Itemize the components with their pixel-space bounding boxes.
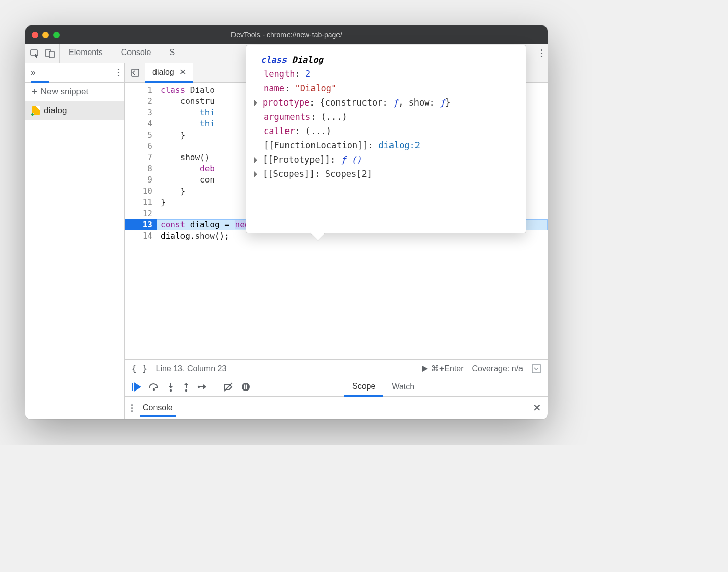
deactivate-breakpoints-icon[interactable] [223,382,233,392]
settings-icon[interactable] [541,49,542,57]
tab-elements[interactable]: Elements [60,44,112,63]
step-icon[interactable] [197,382,209,392]
line-number[interactable]: 5 [125,129,152,141]
line-number[interactable]: 10 [125,186,152,197]
svg-point-6 [170,389,172,391]
tab-watch[interactable]: Watch [383,377,423,396]
popover-prop-functionlocation: [[FunctionLocation]]: dialog:2 [264,138,515,152]
popover-prop-length: length: 2 [264,67,515,81]
svg-point-8 [198,385,200,387]
line-number[interactable]: 4 [125,118,152,129]
popover-classname: Dialog [292,55,323,65]
svg-rect-11 [246,384,247,389]
snippet-file-icon [32,106,40,115]
pretty-print-icon[interactable]: { } [131,363,148,374]
line-number[interactable]: 7 [125,152,152,163]
popover-prop-arguments[interactable]: arguments: (...) [264,110,515,124]
traffic-lights [32,32,60,38]
navigator-overflow-icon[interactable]: » [31,67,36,78]
line-number[interactable]: 6 [125,141,152,152]
line-number[interactable]: 11 [125,197,152,208]
line-number[interactable]: 1 [125,85,152,96]
window-maximize-button[interactable] [53,32,60,38]
debugger-row: Scope Watch [125,377,548,397]
debug-controls [125,377,344,396]
new-snippet-button[interactable]: + New snippet [25,83,124,101]
line-number[interactable]: 9 [125,174,152,186]
expand-triangle-icon[interactable] [254,171,261,177]
resume-icon[interactable] [131,382,141,392]
close-file-tab-icon[interactable]: ✕ [179,67,186,77]
devtools-window: DevTools - chrome://new-tab-page/ Elemen… [25,25,548,419]
cursor-position-label: Line 13, Column 23 [156,364,227,373]
popover-prop-caller[interactable]: caller: (...) [264,124,515,138]
step-over-icon[interactable] [148,382,160,392]
popover-prop-prototype2[interactable]: [[Prototype]]: ƒ () [264,152,515,167]
snippets-pane: » + New snippet dialog [25,63,125,419]
console-drawer: Console ✕ [125,397,548,419]
window-title: DevTools - chrome://new-tab-page/ [25,31,548,39]
line-number[interactable]: 8 [125,163,152,174]
file-tab-label: dialog [152,68,174,77]
drawer-menu-icon[interactable] [131,404,133,412]
navigator-more-icon[interactable] [118,69,119,76]
tab-sources-partial[interactable]: S [160,44,184,63]
line-number[interactable]: 14 [125,230,152,242]
expand-triangle-icon[interactable] [254,100,261,106]
expand-triangle-icon[interactable] [254,157,261,163]
plus-icon: + [32,88,38,95]
line-number-gutter: 1234567891011121314 [125,83,157,359]
popover-prop-prototype[interactable]: prototype: {constructor: ƒ, show: ƒ} [264,95,515,110]
window-minimize-button[interactable] [42,32,49,38]
scope-watch-tabs: Scope Watch [344,377,423,396]
run-snippet-button[interactable]: ⌘+Enter [421,363,464,373]
snippet-item-label: dialog [44,106,67,116]
divider [216,381,216,393]
drawer-tab-console[interactable]: Console [140,399,176,417]
line-number[interactable]: 3 [125,107,152,118]
object-preview-popover: class Dialog length: 2 name: "Dialog" pr… [246,45,526,233]
step-out-icon[interactable] [182,382,190,392]
titlebar: DevTools - chrome://new-tab-page/ [25,25,548,44]
svg-rect-10 [244,384,245,389]
file-tab-active[interactable]: dialog ✕ [145,63,193,83]
popover-prop-scopes[interactable]: [[Scopes]]: Scopes[2] [264,167,515,181]
device-toolbar-icon[interactable] [45,48,55,59]
editor-status-bar: { } Line 13, Column 23 ⌘+Enter Coverage:… [125,360,548,377]
run-shortcut-label: ⌘+Enter [431,363,464,373]
svg-rect-4 [532,365,540,373]
tab-console[interactable]: Console [112,44,161,63]
svg-point-9 [242,383,250,391]
svg-rect-0 [31,50,37,55]
line-number[interactable]: 12 [125,208,152,219]
new-snippet-label: New snippet [41,87,89,97]
popover-prop-name: name: "Dialog" [264,81,515,95]
snippet-item-dialog[interactable]: dialog [25,101,124,120]
svg-rect-2 [49,51,54,58]
pause-on-exceptions-icon[interactable] [241,382,251,392]
window-close-button[interactable] [32,32,38,38]
file-tab-nav[interactable] [125,63,145,82]
function-location-link[interactable]: dialog:2 [378,140,420,150]
collapse-icon[interactable] [531,363,541,374]
tab-scope[interactable]: Scope [344,377,383,397]
svg-point-5 [153,388,155,390]
coverage-label: Coverage: n/a [472,364,523,373]
inspect-element-icon[interactable] [30,48,40,59]
line-number[interactable]: 2 [125,96,152,107]
popover-keyword: class [261,55,287,65]
svg-point-7 [185,389,187,391]
step-into-icon[interactable] [167,382,175,392]
close-drawer-icon[interactable]: ✕ [533,402,541,414]
line-number[interactable]: 13 [125,219,157,230]
